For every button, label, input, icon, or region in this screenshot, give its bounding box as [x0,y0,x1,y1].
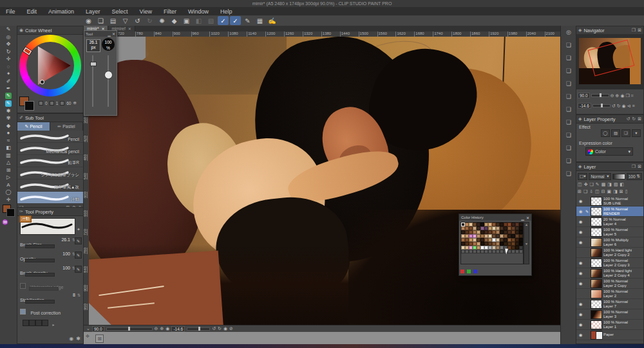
redo-icon[interactable]: ↻ [144,16,155,25]
tool-property-footer-icon[interactable]: ✱ [76,336,80,342]
rotation-slider[interactable] [187,327,210,331]
post-correction-checkbox[interactable] [20,309,26,315]
layer-thumbnail[interactable] [591,310,602,319]
quick-zoom-icon[interactable]: ◎ [561,26,576,39]
redo-icon[interactable]: ↻ [632,116,636,122]
layer-thumbnail[interactable] [591,289,602,298]
visibility-eye-icon[interactable]: ◉ [578,281,583,286]
current-color-swatches[interactable] [19,96,39,109]
navigator-zoom-icon[interactable]: ⊖ [611,93,614,98]
pen-tool-icon[interactable]: ✒ [0,85,17,93]
liquify-icon[interactable]: ≈ [0,137,17,145]
zoom-value[interactable]: 90.0 [92,326,104,332]
auto-select-icon[interactable]: ✦ [0,70,17,78]
menu-filter[interactable]: Filter [158,8,182,15]
layer-lock-icon[interactable]: ❏ [590,182,594,187]
menu-window[interactable]: Window [182,8,214,15]
layer-row[interactable]: ◉100 % NormalLayer 2 Copy [576,279,643,289]
panel-close-icon[interactable]: ⊠ [638,28,641,33]
export-icon[interactable]: ▽ [120,16,131,25]
navigator-rotate-icon[interactable]: ≡ [632,104,635,108]
visibility-eye-icon[interactable]: ◉ [578,209,583,214]
fill-icon[interactable]: ◆ [169,16,180,25]
layer-row[interactable]: ◉Paper [576,330,643,340]
layer-thumbnail[interactable] [591,238,602,247]
blend-mode-dropdown[interactable]: Normal▾ [589,173,611,180]
ruler-origin-icon[interactable]: ✥ [86,334,90,339]
timeline-toggle-icon[interactable]: ⊞ [95,334,104,343]
navigator-zoom-icon[interactable]: ❐ [626,93,630,98]
layer-lock-icon[interactable]: ◧ [620,182,625,187]
navigator-zoom-icon[interactable]: ⌗ [631,93,634,98]
layer-row[interactable]: ◉✎100 % NormalRENDER [576,206,643,217]
expression-color-dropdown[interactable]: Color ▾ [585,147,633,156]
layer-action-icon[interactable]: ◫ [595,189,600,194]
layer-action-icon[interactable]: ▯ [625,189,628,194]
layer-thumbnail[interactable] [591,248,602,257]
transform-icon[interactable]: ◧ [193,16,204,25]
layer-row[interactable]: 100 % Hard lightLayer 2 Copy 2 [576,248,643,258]
navigator-rotate-icon[interactable]: ↺ [612,104,616,109]
layer-action-icon[interactable]: ⊟ [601,189,605,194]
layer-row[interactable]: ◉100 % MultiplyLayer 6 [576,237,643,248]
material-folder-icon[interactable]: ❏ [561,116,576,129]
color-history-titlebar[interactable]: Color History ▁ ✕ [459,214,531,221]
navigator-rotation-slider[interactable] [592,104,611,107]
close-icon[interactable]: ✕ [112,32,115,36]
material-folder-icon[interactable]: ❏ [561,103,576,116]
layer-opacity-value[interactable]: 100⇅ [627,173,642,180]
zoom-icon[interactable]: ◎ [0,33,17,41]
navigator-zoom-slider[interactable] [591,94,609,97]
layer-action-icon[interactable]: ◨ [613,189,618,194]
zoom-control-icon[interactable]: ◉ [166,326,169,331]
layer-thumbnail[interactable] [591,300,602,309]
rotate-control-icon[interactable]: ⊘ [229,326,233,331]
navigator-rotation-value[interactable]: -14.6 [578,103,591,109]
mesh-transform-icon[interactable]: ▧ [205,16,216,25]
brush-size-value[interactable]: 26.1 [61,237,70,242]
brush-density-value[interactable]: 100 [62,266,70,270]
background-color-swatch[interactable] [6,208,15,217]
stabilization-value[interactable]: 8 [73,293,75,297]
close-icon[interactable]: ✕ [128,26,131,31]
layer-action-icon[interactable]: ▣ [607,189,612,194]
navigator-zoom-icon[interactable]: ⊕ [616,93,620,98]
collapse-icon[interactable]: ⌄ [86,326,90,331]
tab-pastel[interactable]: ✏Pastel [50,122,83,131]
size-slider-knob[interactable] [90,62,97,66]
open-file-icon[interactable]: ▤ [108,16,118,25]
floating-tool-titlebar[interactable]: Tool ▁ ✕ [84,31,117,37]
layer-action-icon[interactable]: ⇩ [589,189,593,194]
layer-row[interactable]: 100 % NormalLayer 2 [576,289,643,299]
navigator-preview[interactable] [576,34,643,89]
visibility-eye-icon[interactable]: ◉ [578,199,583,204]
layer-action-icon[interactable]: ❏ [583,189,587,194]
sub-color-swatch[interactable] [24,101,34,111]
brush-item[interactable]: Mechanical pencil [17,143,83,155]
canvas[interactable] [89,37,560,325]
brush-item[interactable]: 鉛筆R [17,155,83,167]
layer-action-icon[interactable]: ⊠ [620,189,623,194]
panel-close-icon[interactable]: ⊠ [638,164,641,169]
layer-row[interactable]: ◉100 % NormalLayer 1 [576,320,643,330]
undo-icon[interactable]: ↺ [626,116,630,122]
rotate-control-icon[interactable]: ↻ [218,326,222,331]
menu-animation[interactable]: Animation [43,8,80,15]
material-folder-icon[interactable]: ❏ [561,51,576,64]
opacity-value[interactable]: 100 [62,252,70,256]
app-logo-icon[interactable]: ◉ [83,16,94,25]
help-guide-icon[interactable]: ✍ [267,16,278,25]
material-folder-icon[interactable]: ❏ [561,90,576,103]
rotate-canvas-icon[interactable]: ↻ [0,48,17,56]
menu-view[interactable]: View [134,8,158,15]
post-correction-expand[interactable]: ▸ [52,323,54,327]
flag-icon[interactable]: ▷ [0,174,17,181]
hand-icon[interactable]: ✥ [0,41,17,48]
navigator-zoom-icon[interactable]: ◉ [620,93,624,98]
zoom-control-icon[interactable]: ⊕ [160,326,164,331]
navigator-zoom-value[interactable]: 90.0 [578,93,590,98]
material-folder-icon[interactable]: ❏ [561,64,576,77]
menu-layer[interactable]: Layer [80,8,106,15]
selection-icon[interactable]: ◌ [0,63,17,71]
balloon-icon[interactable]: ◯ [0,188,17,196]
